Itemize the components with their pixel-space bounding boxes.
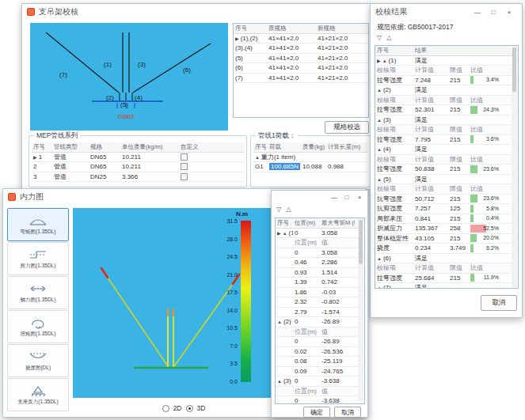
- vertical-scrollbar[interactable]: [512, 46, 517, 287]
- maximize-button[interactable]: □: [340, 192, 353, 202]
- tree-expand-icon[interactable]: ▲: [277, 379, 282, 384]
- tree-group-row[interactable]: ▲(2)0-26.89: [276, 317, 364, 327]
- member-label: (3): [138, 61, 146, 68]
- table-row[interactable]: 拉弯强度52.30121524.3%: [375, 105, 518, 115]
- vertical-scrollbar[interactable]: [358, 218, 363, 401]
- tree-expand-icon[interactable]: ▲: [377, 256, 382, 261]
- table-row[interactable]: 抗弯强度50.71221523.6%: [375, 195, 518, 205]
- result-titlebar[interactable]: 校核结果 — □ ×: [371, 4, 522, 20]
- table-row[interactable]: 挠度0.2343.7496.2%: [375, 244, 518, 254]
- tab-torsion-diagram[interactable]: 扭矩图(1.35DL): [7, 310, 69, 343]
- spec-table: 序号原规格新规格▶(1),(2)41×41×2.041×21×2.0(3),(4…: [233, 23, 369, 118]
- tree-group-row[interactable]: ▲(6)满足: [375, 254, 518, 264]
- table-row[interactable]: 1.86-0.03: [276, 288, 364, 298]
- mep-table: 序号管线类型规格单位质量(kg/m)自定义▶1管道DN6510.2112管道DN…: [32, 142, 244, 182]
- tree-expand-icon[interactable]: ▲: [255, 155, 260, 160]
- close-button[interactable]: ×: [353, 192, 366, 202]
- table-row[interactable]: 局部承压0.8412150.4%: [375, 214, 518, 225]
- table-row[interactable]: 0.02-26.536: [276, 347, 364, 358]
- cancel-button[interactable]: 取消: [334, 407, 361, 418]
- tree-group-row[interactable]: ▶▲(1)满足: [375, 56, 518, 66]
- moment-titlebar[interactable]: — □ ×: [272, 191, 367, 203]
- table-row[interactable]: 0.462.286: [276, 258, 364, 268]
- table-row[interactable]: ▶1管道DN6510.211: [32, 153, 244, 163]
- custom-checkbox[interactable]: [181, 153, 188, 161]
- tree-group-row[interactable]: ▲(7)满足: [375, 283, 518, 289]
- tree-expand-icon[interactable]: ▲: [283, 231, 287, 236]
- tree-group-row[interactable]: ▲(4)满足: [375, 145, 518, 155]
- table-row[interactable]: 0.931.514: [276, 268, 364, 278]
- table-cell: -1.574: [320, 308, 355, 316]
- table-row[interactable]: (6)41×41×2.041×21×2.0: [234, 63, 368, 74]
- table-row[interactable]: 2管道DN6510.211: [32, 162, 244, 172]
- tree-expand-icon[interactable]: ▲: [277, 320, 282, 324]
- tree-expand-icon[interactable]: ▲: [377, 177, 382, 182]
- ok-button[interactable]: 确定: [303, 407, 330, 418]
- table-row[interactable]: 拉弯强度50.83821523.6%: [375, 165, 518, 175]
- close-button[interactable]: ×: [501, 6, 517, 18]
- expand-all-icon[interactable]: △: [386, 34, 391, 41]
- table-row[interactable]: 折减应力135.36725852.5%: [375, 224, 518, 234]
- cancel-button[interactable]: 取消: [481, 295, 517, 311]
- tree-group-row[interactable]: ▲(2)满足: [375, 85, 518, 96]
- table-row[interactable]: 0-3.638: [276, 396, 364, 404]
- table-row[interactable]: 2.79-1.574: [276, 308, 364, 318]
- minimize-button[interactable]: —: [470, 6, 485, 18]
- radio-3d[interactable]: [186, 405, 193, 412]
- collapse-all-icon[interactable]: ▽: [276, 206, 281, 213]
- tab-shear-diagram[interactable]: 剪力图(1.35DL): [7, 242, 69, 275]
- custom-checkbox[interactable]: [181, 163, 188, 170]
- tree-group-row[interactable]: ▲(3)满足: [375, 115, 518, 126]
- radio-2d[interactable]: [162, 405, 169, 412]
- maximize-button[interactable]: □: [485, 6, 501, 18]
- table-row[interactable]: ▶(1),(2)41×41×2.041×21×2.0: [234, 34, 368, 44]
- scrollbar-thumb[interactable]: [359, 220, 363, 264]
- tree-group-row[interactable]: ▲重力(1 item): [253, 153, 367, 163]
- table-row[interactable]: 抗剪强度7.2571255.8%: [375, 204, 518, 214]
- support-titlebar[interactable]: 支吊架校核: [22, 4, 372, 20]
- tree-group-row[interactable]: ▲(3)0-3.638: [276, 376, 364, 387]
- spec-select-button[interactable]: 规格校选: [325, 121, 369, 134]
- table-row[interactable]: 0.09-24.765: [276, 367, 364, 377]
- tree-expand-icon[interactable]: ▲: [382, 59, 387, 63]
- table-row[interactable]: 拉弯强度7.2482153.4%: [375, 76, 518, 86]
- tab-deflection-diagram[interactable]: 挠度图(DL): [7, 344, 69, 377]
- table-row[interactable]: 0-26.89: [276, 337, 364, 347]
- table-row[interactable]: (3),(4)41×41×2.041×21×2.0: [234, 44, 368, 54]
- table-cell: 比值: [469, 155, 500, 164]
- table-row[interactable]: 03.058: [276, 248, 364, 259]
- table-row[interactable]: 0.08-25.119: [276, 357, 364, 367]
- minimize-button[interactable]: —: [328, 192, 340, 202]
- table-row[interactable]: 拉弯强度25.68421511.9%: [375, 274, 518, 284]
- custom-checkbox[interactable]: [181, 173, 188, 180]
- table-cell: 0.988: [326, 163, 363, 170]
- table-row[interactable]: 3管道DN253.366: [32, 172, 244, 183]
- expand-all-icon[interactable]: △: [286, 206, 291, 213]
- selected-cell[interactable]: 100.885N: [269, 163, 300, 170]
- table-cell: ▶1: [32, 153, 52, 161]
- table-row[interactable]: (5)41×41×2.041×21×2.0: [234, 54, 368, 64]
- table-row[interactable]: 整体稳定性43.10521520.0%: [375, 234, 518, 244]
- table-row[interactable]: (7)41×41×2.041×21×2.0: [234, 74, 368, 84]
- moment-diagram-canvas[interactable]: N.m 31.528.024.521.017.514.010.57.03.50.…: [73, 208, 295, 398]
- member-label: (6): [183, 66, 191, 74]
- cell-text: 拉弯强度: [377, 136, 402, 143]
- tab-axial-diagram[interactable]: 轴力图(1.35DL): [7, 276, 69, 309]
- table-cell: 抗弯强度: [375, 195, 413, 203]
- structure-canvas[interactable]: (1) (2) (3) (4) (5) (6) (7) G6B3: [30, 23, 228, 131]
- tree-expand-icon[interactable]: ▲: [377, 118, 382, 123]
- table-cell: 序号: [253, 143, 268, 151]
- scrollbar-thumb[interactable]: [512, 47, 516, 92]
- tree-group-row[interactable]: ▶▲(1)03.058: [276, 229, 364, 239]
- tree-expand-icon[interactable]: ▲: [377, 286, 382, 289]
- tree-group-row[interactable]: ▲(5)满足: [375, 175, 518, 185]
- table-row[interactable]: 2.32-0.802: [276, 297, 364, 308]
- table-row[interactable]: 拉弯强度7.7952153.6%: [375, 135, 518, 146]
- tree-expand-icon[interactable]: ▲: [377, 88, 382, 93]
- table-row[interactable]: G1100.885N10.0880.988: [253, 162, 367, 172]
- collapse-all-icon[interactable]: ▽: [377, 34, 382, 41]
- tab-support-reaction-diagram[interactable]: 支座反力(1.35DL): [7, 378, 69, 411]
- tab-moment-diagram[interactable]: 弯矩图(1.35DL): [7, 208, 69, 241]
- tree-expand-icon[interactable]: ▲: [377, 147, 382, 152]
- table-row[interactable]: 1.390.742: [276, 278, 364, 288]
